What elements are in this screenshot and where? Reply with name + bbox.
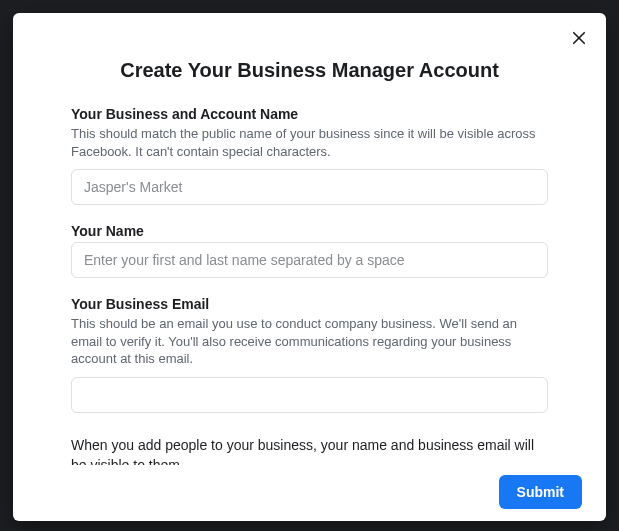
your-name-label: Your Name [71, 223, 548, 239]
business-email-input[interactable] [71, 377, 548, 413]
create-business-modal: Create Your Business Manager Account You… [13, 13, 606, 521]
business-name-group: Your Business and Account Name This shou… [71, 106, 548, 205]
modal-footer: Submit [13, 465, 606, 521]
close-icon [570, 29, 588, 47]
submit-button[interactable]: Submit [499, 475, 582, 509]
business-email-description: This should be an email you use to condu… [71, 315, 548, 368]
business-name-input[interactable] [71, 169, 548, 205]
your-name-input[interactable] [71, 242, 548, 278]
business-email-group: Your Business Email This should be an em… [71, 296, 548, 413]
business-name-label: Your Business and Account Name [71, 106, 548, 122]
your-name-group: Your Name [71, 223, 548, 278]
modal-title: Create Your Business Manager Account [13, 59, 606, 82]
close-button[interactable] [567, 26, 591, 50]
visibility-notice: When you add people to your business, yo… [71, 435, 548, 465]
modal-body: Your Business and Account Name This shou… [13, 106, 606, 465]
business-email-label: Your Business Email [71, 296, 548, 312]
business-name-description: This should match the public name of you… [71, 125, 548, 160]
